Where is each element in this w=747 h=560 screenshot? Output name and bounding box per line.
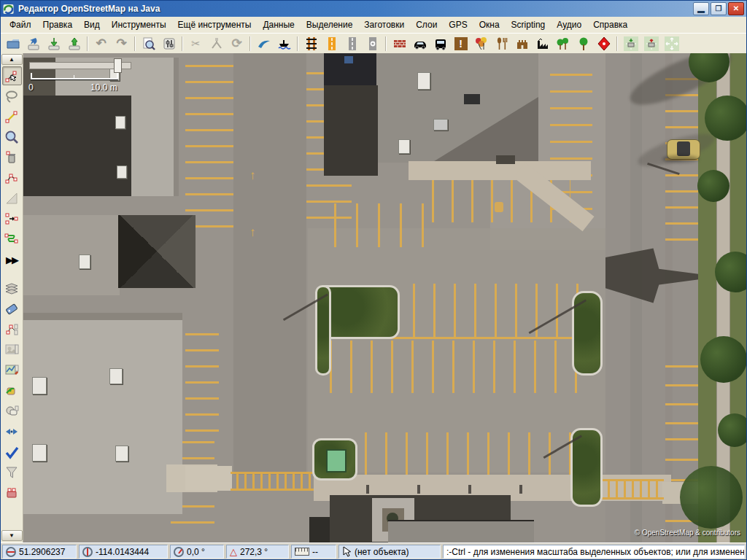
tree-icon[interactable] (573, 34, 593, 53)
menu-file[interactable]: Файл (4, 18, 37, 32)
scale-label-min: 0 (28, 82, 34, 93)
download-icon[interactable] (44, 34, 63, 53)
menu-selection[interactable]: Выделение (301, 18, 359, 32)
select-tool-icon[interactable] (2, 66, 22, 85)
car-shadow (662, 155, 699, 163)
park-icon[interactable] (553, 34, 573, 53)
plugins-panel-icon[interactable] (2, 381, 22, 400)
building-roof (23, 215, 120, 295)
tree (700, 336, 746, 383)
download-area-up-icon[interactable] (641, 34, 661, 53)
download-area-pan-icon[interactable] (662, 34, 681, 53)
search-icon[interactable] (139, 34, 158, 53)
close-button[interactable]: ✕ (728, 2, 744, 15)
lasso-tool-icon[interactable] (2, 87, 22, 106)
map-copyright: © OpenStreetMap & contributors (635, 529, 740, 537)
rooftop-unit (79, 254, 90, 269)
relations-panel-icon[interactable] (2, 320, 22, 339)
menu-edit[interactable]: Правка (37, 18, 79, 32)
scroll-down-icon[interactable]: ▼ (1, 530, 23, 541)
bus-icon[interactable] (430, 34, 450, 53)
tree (705, 96, 746, 141)
menu-imagery[interactable]: Слои (410, 18, 443, 32)
preferences-icon[interactable] (159, 34, 179, 53)
castle-icon[interactable] (512, 34, 532, 53)
aisle-arrow-marking: ↑ (249, 225, 256, 240)
latitude-segment: 51.2906237 (2, 545, 77, 559)
menu-tools[interactable]: Инструменты (106, 18, 172, 32)
scroll-up-icon[interactable]: ▲ (1, 54, 23, 65)
rooftop-unit (398, 139, 410, 154)
merge-nodes-tool-icon[interactable] (2, 209, 22, 228)
wall-icon[interactable] (390, 34, 409, 53)
main-toolbar: ↶ ↷ ✂ ⟳ ! (1, 34, 746, 54)
menu-gps[interactable]: GPS (443, 18, 473, 32)
combine-way-icon[interactable] (206, 34, 226, 53)
filter-panel-icon[interactable] (2, 463, 22, 482)
dumpster (326, 449, 347, 472)
unglue-tool-icon[interactable] (2, 168, 22, 187)
road-construction-icon[interactable] (322, 34, 341, 53)
validator-panel-icon[interactable] (2, 443, 22, 462)
delete-tool-icon[interactable] (2, 148, 22, 167)
object-info-value: (нет объекта) (355, 547, 409, 557)
restaurant-icon[interactable] (492, 34, 511, 53)
conflict-panel-icon[interactable] (2, 422, 22, 441)
maximize-button[interactable]: ❐ (711, 2, 727, 15)
car-icon[interactable] (410, 34, 430, 53)
minimize-button[interactable]: ▬ (693, 2, 709, 15)
tourism-icon[interactable] (471, 34, 491, 53)
scale-label-max: 10.0 m (90, 82, 117, 93)
scale-bar-tick (117, 73, 118, 79)
status-help-field[interactable]: :-Ctrl - для изменения масштаба выделенн… (443, 545, 745, 559)
download-area-down-icon[interactable] (621, 34, 640, 53)
rooftop-unit-dark (464, 94, 480, 104)
bench-shadow (417, 485, 420, 494)
menu-presets[interactable]: Заготовки (358, 18, 410, 32)
parking-lines (334, 203, 429, 247)
layers-panel-icon[interactable] (2, 279, 22, 298)
bench-shadow (366, 485, 369, 494)
draw-tool-icon[interactable] (2, 107, 22, 126)
menu-scripting[interactable]: Scripting (506, 18, 551, 32)
menu-more-tools[interactable]: Ещё инструменты (172, 18, 258, 32)
fast-draw-tool-icon[interactable]: ▶▶ (2, 250, 22, 269)
selection-panel-icon[interactable] (2, 402, 22, 421)
river-icon[interactable] (254, 34, 274, 53)
menu-view[interactable]: Вид (78, 18, 106, 32)
water-icon[interactable] (274, 34, 294, 53)
railway-icon[interactable] (301, 34, 321, 53)
scale-bar-tick (31, 73, 32, 79)
redo-icon[interactable]: ↷ (112, 34, 131, 53)
road-icon[interactable] (342, 34, 362, 53)
map-canvas[interactable]: ↑ ↑ (23, 53, 746, 542)
zoom-slider-handle[interactable] (114, 58, 122, 73)
rooftop-unit (32, 444, 47, 462)
rooftop-unit (115, 116, 125, 129)
tags-panel-icon[interactable] (2, 300, 22, 319)
mini-roundabout-icon[interactable] (363, 34, 382, 53)
menu-data[interactable]: Данные (257, 18, 300, 32)
menu-bar: Файл Правка Вид Инструменты Ещё инструме… (1, 17, 746, 34)
notes-panel-icon[interactable] (2, 483, 22, 502)
background-panel-icon[interactable] (2, 341, 22, 359)
hip-roof (118, 215, 196, 288)
building-roof (23, 313, 182, 514)
menu-windows[interactable]: Окна (473, 18, 506, 32)
open-icon[interactable] (3, 34, 23, 53)
undo-icon[interactable]: ↶ (91, 34, 111, 53)
menu-audio[interactable]: Аудио (551, 18, 587, 32)
hazard-icon[interactable]: ! (451, 34, 471, 53)
menu-help[interactable]: Справка (587, 18, 633, 32)
update-data-icon[interactable]: ⟳ (227, 34, 247, 53)
heading-value: 0,0 ° (187, 547, 205, 557)
open-location-icon[interactable] (23, 34, 43, 53)
follow-line-tool-icon[interactable] (2, 230, 22, 249)
map-paint-panel-icon[interactable] (2, 361, 22, 380)
split-way-icon[interactable]: ✂ (186, 34, 206, 53)
zoom-tool-icon[interactable] (2, 128, 22, 147)
measure-tool-icon[interactable] (2, 189, 22, 208)
poi-icon[interactable] (594, 34, 614, 53)
upload-icon[interactable] (64, 34, 84, 53)
works-icon[interactable] (533, 34, 552, 53)
